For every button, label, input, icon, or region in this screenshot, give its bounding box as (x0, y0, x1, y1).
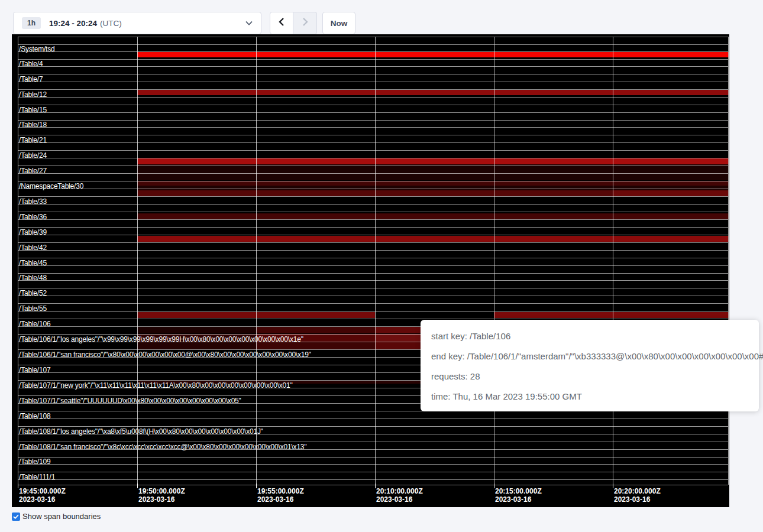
time-range-dropdown[interactable]: 1h 19:24 - 20:24 (UTC) (13, 12, 261, 34)
span-boundary-line (18, 273, 728, 274)
time-nav-group (270, 12, 317, 34)
time-axis-label: 20:10:00.000Z2023-03-16 (376, 487, 423, 504)
span-boundary-line (18, 189, 728, 189)
row-label: /Table/107/1/"new york"/"\x11\x11\x11\x1… (19, 381, 293, 390)
heat-band-segment[interactable] (137, 164, 729, 181)
row-label: /Table/106 (19, 320, 50, 328)
span-boundary-line (18, 44, 728, 45)
row-label: /Table/106/1/"los angeles"/"\x99\x99\x99… (19, 335, 303, 343)
row-label: /Table/18 (19, 121, 47, 129)
time-range-value: 19:24 - 20:24 (49, 19, 97, 28)
next-interval-button[interactable] (293, 12, 317, 34)
chevron-down-icon (245, 21, 253, 25)
heat-band-segment[interactable] (256, 327, 375, 334)
tooltip-end-key: end key: /Table/106/1/"amsterdam"/"\xb33… (431, 350, 748, 362)
row-label: /Table/108/1/"los angeles"/"\xa8\xf5\u00… (19, 427, 263, 436)
heat-band-segment[interactable] (375, 334, 421, 342)
heat-band-segment[interactable] (137, 186, 729, 191)
now-button[interactable]: Now (322, 12, 355, 34)
row-label: /Table/12 (19, 90, 47, 99)
row-label: /Table/108/1/"san francisco"/"\x8c\xcc\x… (19, 443, 306, 451)
span-boundary-line (18, 319, 728, 319)
row-label: /Table/42 (19, 244, 47, 252)
span-boundary-line (18, 265, 728, 266)
tooltip-start-key: start key: /Table/106 (431, 330, 748, 342)
time-axis-tick (18, 484, 18, 488)
span-boundary-line (18, 181, 728, 181)
span-boundary-line (18, 204, 728, 205)
row-label: /Table/4 (19, 60, 43, 68)
span-boundary-line (18, 258, 728, 258)
heat-band-segment[interactable] (613, 190, 729, 196)
row-label: /Table/107/1/"seattle"/"UUUUUUD\x00\x80\… (19, 397, 241, 405)
row-label: /Table/39 (19, 228, 47, 236)
span-boundary-line (18, 303, 728, 304)
heat-band-segment[interactable] (137, 52, 729, 58)
span-boundary-line (18, 464, 728, 465)
span-boundary-line (18, 426, 728, 427)
time-axis-tick (613, 484, 613, 488)
time-axis-label: 19:50:00.000Z2023-03-16 (138, 487, 185, 504)
show-span-boundaries-label: Show span boundaries (22, 512, 101, 521)
time-axis-label: 19:55:00.000Z2023-03-16 (257, 487, 304, 504)
heat-band-segment[interactable] (375, 327, 421, 334)
show-span-boundaries-toggle[interactable]: Show span boundaries (12, 512, 101, 521)
span-boundary-line (18, 457, 728, 458)
heat-band-segment[interactable] (375, 342, 421, 349)
span-boundary-line (18, 82, 728, 82)
time-axis-label: 20:20:00.000Z2023-03-16 (614, 487, 661, 504)
time-range-preset-badge: 1h (22, 17, 41, 29)
span-boundary-line (18, 158, 728, 158)
row-label: /Table/107 (19, 366, 50, 374)
row-label: /Table/109 (19, 458, 50, 466)
chevron-left-icon (278, 17, 285, 29)
span-boundary-line (18, 219, 728, 220)
key-visualizer-heatmap[interactable]: 19:45:00.000Z2023-03-1619:50:00.000Z2023… (12, 34, 729, 507)
time-gridline (18, 37, 18, 485)
span-boundary-line (18, 66, 728, 67)
span-boundary-line (18, 142, 728, 143)
row-label: /System/tsd (19, 45, 54, 53)
row-label: /Table/7 (19, 75, 43, 83)
span-boundary-line (18, 89, 728, 90)
span-boundary-line (18, 105, 728, 105)
span-boundary-line (18, 59, 728, 60)
span-boundary-line (18, 419, 728, 419)
row-label: /Table/106/1/"san francisco"/"\x80\x00\x… (19, 351, 311, 359)
checkbox-checked-icon[interactable] (12, 512, 20, 521)
heat-band-segment[interactable] (137, 236, 729, 242)
time-axis-label: 20:15:00.000Z2023-03-16 (495, 487, 542, 504)
span-boundary-line (18, 166, 728, 166)
span-boundary-line (18, 472, 728, 472)
span-boundary-line (18, 242, 728, 243)
time-gridline (613, 37, 613, 485)
row-label: /Table/52 (19, 289, 47, 297)
span-boundary-line (18, 97, 728, 98)
tooltip-time: time: Thu, 16 Mar 2023 19:55:00 GMT (431, 390, 748, 403)
span-boundary-line (18, 120, 728, 121)
span-boundary-line (18, 196, 728, 197)
heat-band-segment[interactable] (494, 312, 729, 318)
heat-band-segment[interactable] (137, 327, 256, 334)
row-label: /NamespaceTable/30 (19, 182, 83, 190)
span-boundary-line (18, 485, 728, 485)
span-boundary-line (18, 173, 728, 174)
heat-band-segment[interactable] (137, 213, 729, 219)
span-boundary-line (18, 112, 728, 113)
row-label: /Table/48 (19, 274, 47, 282)
span-boundary-line (18, 235, 728, 235)
heat-band-segment[interactable] (137, 158, 729, 164)
heat-band-segment[interactable] (137, 181, 729, 186)
key-visualizer-page: 1h 19:24 - 20:24 (UTC) Now 19:45:00.000Z… (0, 0, 763, 532)
chevron-right-icon (302, 17, 309, 29)
previous-interval-button[interactable] (270, 12, 293, 34)
time-axis-tick (256, 484, 257, 488)
tooltip-requests: requests: 28 (431, 370, 748, 382)
span-boundary-line (18, 311, 728, 312)
cell-tooltip: start key: /Table/106 end key: /Table/10… (421, 320, 759, 411)
row-label: /Table/21 (19, 136, 47, 144)
time-gridline (137, 37, 138, 485)
row-label: /Table/55 (19, 304, 47, 313)
heat-band-segment[interactable] (137, 90, 729, 96)
time-axis-label: 19:45:00.000Z2023-03-16 (19, 487, 66, 504)
